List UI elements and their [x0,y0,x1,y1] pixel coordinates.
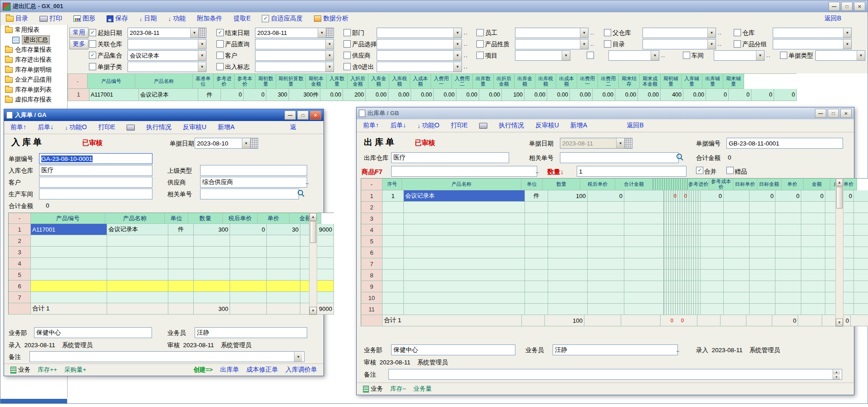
scroll-down-button[interactable]: ▼ [836,319,843,326]
chevron-down-icon[interactable]: ▼ [580,28,588,38]
related-no-field[interactable] [200,189,299,199]
cost-correction-link[interactable]: 成本修正单 [246,366,278,374]
filter-dropdown[interactable]: ▼ [642,28,716,38]
dots-label[interactable]: .. [464,63,468,70]
filter-dropdown[interactable]: 2023-08-11▼ [255,28,334,38]
filter-dropdown[interactable]: ▼ [377,28,462,38]
menu-item[interactable]: 目录 [6,15,28,23]
search-icon[interactable] [676,153,684,161]
filter-checkbox[interactable] [89,40,96,48]
chevron-down-icon[interactable]: ▼ [294,352,302,362]
table-scrollbar[interactable]: ▲ ▼ [309,213,317,315]
toolbar-link[interactable]: 反审核U [535,121,559,130]
chevron-down-icon[interactable]: ▼ [325,62,333,72]
printer-icon[interactable] [479,123,487,129]
outbound-titlebar[interactable]: 出库单 / GB — □ ✕ [357,107,854,119]
filter-dropdown[interactable]: ▼ [128,62,206,72]
chevron-down-icon[interactable]: ▼ [453,28,461,38]
quantity-field[interactable]: 1 [577,166,687,177]
chevron-down-icon[interactable]: ▼ [325,51,333,60]
table-row[interactable]: 2 [9,235,334,247]
table-row[interactable]: 3 [361,213,868,224]
dots-label[interactable]: .. [661,52,665,58]
minimize-button[interactable]: — [284,111,296,120]
toolbar-link[interactable]: 后单↓ [38,123,54,131]
table-row[interactable]: 4 [361,224,868,236]
filter-dropdown[interactable]: ▼ [608,50,659,61]
calendar-icon[interactable] [250,138,258,148]
filter-checkbox[interactable] [476,40,484,48]
sidebar-item[interactable]: 进出汇总 [1,35,67,45]
calendar-icon[interactable] [624,138,632,148]
warehouse-field[interactable]: 医疗 [391,152,509,163]
business-link[interactable]: 业务 [10,366,30,374]
chevron-down-icon[interactable]: ▼ [707,28,716,38]
minimize-button[interactable]: — [815,109,826,118]
table-row[interactable]: 1A117001会议记录本件00300300件0.002000.000.000.… [68,89,797,101]
filter-checkbox[interactable] [780,52,787,59]
filter-checkbox[interactable] [476,29,484,36]
sidebar-item[interactable]: 库存单据列表 [1,85,67,95]
business-link[interactable]: 业务 [363,385,383,393]
merge-checkbox[interactable]: ✓ [696,167,703,174]
menu-item[interactable]: 返回B [824,15,841,23]
dept-field[interactable]: 保健中心 [34,327,152,338]
table-row[interactable]: 6 [9,281,334,292]
menu-item[interactable]: ✓自适应高度 [262,15,303,23]
chevron-down-icon[interactable]: ▼ [756,51,764,60]
scroll-thumb[interactable] [836,187,843,208]
chevron-down-icon[interactable]: ▼ [843,28,851,38]
inbound-titlebar[interactable]: 入库单 / GA — □ ✕ [4,109,324,121]
filter-checkbox[interactable] [604,29,611,36]
close-button[interactable]: ✕ [854,2,865,11]
filter-dropdown[interactable]: 会议记录本▼ [128,50,206,61]
filter-dropdown[interactable]: ▼ [128,39,206,49]
parent-type-field[interactable] [200,165,307,176]
filter-checkbox[interactable] [734,29,741,36]
dots-label[interactable]: .. [464,40,468,47]
chevron-down-icon[interactable]: ▼ [857,51,865,60]
maximize-button[interactable]: □ [828,109,839,118]
filter-checkbox[interactable] [216,40,224,48]
filter-dropdown[interactable]: ▼ [714,50,765,61]
scroll-thumb[interactable] [310,221,316,243]
filter-dropdown[interactable]: ▼ [515,39,588,49]
toolbar-link[interactable]: 返回B [627,121,643,130]
spin-down-icon[interactable]: ▼ [833,374,840,379]
menu-item[interactable]: 附加条件 [197,15,222,23]
minimize-button[interactable]: — [829,2,840,11]
doc-date-field[interactable]: 2023-08-10 ▼ [195,138,258,149]
filter-checkbox[interactable]: ✓ [89,29,96,36]
menu-item[interactable]: 数据分析 [314,15,348,23]
filter-checkbox[interactable] [89,63,96,70]
table-row[interactable]: 8 [361,270,868,281]
filter-checkbox[interactable] [216,63,224,70]
product-field[interactable] [391,166,537,177]
table-row[interactable]: 2 [361,202,868,213]
filter-checkbox[interactable] [604,40,611,48]
doc-no-field[interactable]: GB-23-08-11-0001 [726,138,843,149]
related-no-field[interactable] [560,152,679,163]
clerk-field[interactable]: 汪静 [195,327,307,338]
toolbar-link[interactable]: 打印E [451,121,467,130]
table-row[interactable]: 7 [361,258,868,270]
dots-label[interactable]: .. [305,179,309,185]
spinner[interactable]: ▲▼ [833,369,840,379]
table-row[interactable]: 9 [361,281,868,292]
printer-icon[interactable] [127,125,135,131]
table-row[interactable]: 5 [361,236,868,247]
chevron-down-icon[interactable]: ▼ [616,138,624,148]
toolbar-link[interactable]: 新增A [218,123,235,131]
sidebar-item[interactable]: 虚拟库存报表 [1,95,67,105]
chevron-down-icon[interactable]: ▼ [562,51,570,60]
dots-label[interactable]: .. [766,52,770,58]
table-row[interactable]: 10 [361,292,868,304]
doc-date-field[interactable]: 2023-08-11 ▼ [560,138,633,149]
filter-dropdown[interactable]: ▼ [815,50,865,61]
filter-checkbox[interactable] [343,40,351,48]
dots-label[interactable]: .. [718,40,722,47]
filter-dropdown[interactable]: ▼ [377,50,462,61]
filter-checkbox[interactable] [343,52,351,59]
calendar-icon[interactable] [326,28,333,38]
dots-label[interactable]: .. [464,29,468,36]
